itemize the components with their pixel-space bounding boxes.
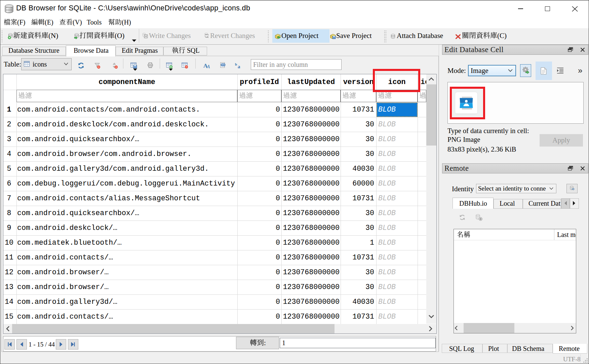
svg-text:b: b (235, 62, 237, 66)
svg-text:a: a (238, 64, 240, 69)
svg-text:A: A (206, 64, 210, 69)
